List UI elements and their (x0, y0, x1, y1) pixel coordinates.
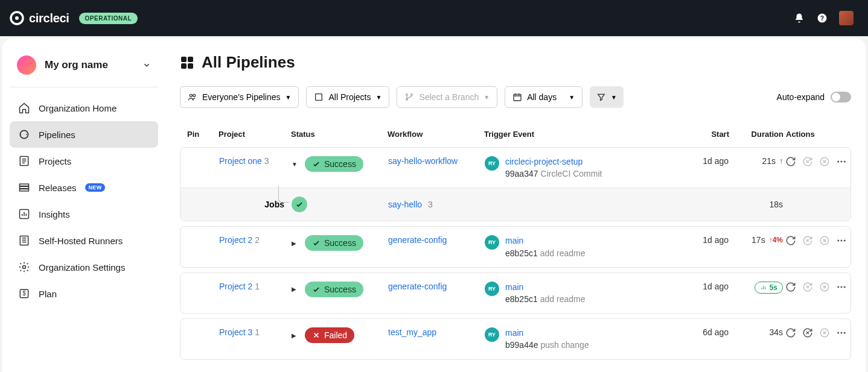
filter-projects[interactable]: All Projects ▼ (306, 86, 389, 108)
svg-point-30 (837, 240, 839, 242)
expand-caret-icon[interactable]: ▶ (292, 332, 300, 339)
rerun-icon[interactable] (785, 327, 796, 338)
trend-indicator: ↑4% (769, 236, 783, 244)
svg-point-1 (15, 16, 19, 20)
sidebar-item-runners[interactable]: Self-Hosted Runners (10, 227, 158, 254)
rerun-failed-icon[interactable] (802, 282, 813, 292)
th-pin: Pin (187, 130, 219, 139)
project-link[interactable]: Project 3 (219, 327, 252, 337)
status-pill-success[interactable]: Success (305, 156, 363, 172)
filter-days[interactable]: All days ▼ (505, 86, 582, 108)
operational-badge[interactable]: OPERATIONAL (79, 13, 138, 24)
svg-rect-20 (316, 94, 322, 101)
job-subrow: Jobs say-hello 3 18s (180, 188, 850, 221)
rerun-failed-icon[interactable] (802, 235, 813, 246)
sidebar-item-org-settings[interactable]: Organization Settings (10, 254, 158, 280)
branch-link[interactable]: main (505, 282, 585, 292)
svg-rect-6 (20, 184, 29, 186)
filter-scope[interactable]: Everyone's Pipelines ▼ (180, 86, 299, 108)
branch-link[interactable]: main (505, 235, 585, 246)
duration-value: 21s (762, 156, 776, 166)
bar-chart-icon (760, 284, 767, 291)
sidebar-item-pipelines[interactable]: Pipelines (10, 121, 158, 148)
sidebar-item-org-home[interactable]: Organization Home (10, 95, 158, 121)
cell-trigger: RY main b99a44epush change (485, 327, 666, 350)
commit-hash[interactable]: e8b25c1 (505, 294, 538, 304)
more-icon[interactable] (836, 282, 847, 292)
table-header: Pin Project Status Workflow Trigger Even… (180, 125, 851, 147)
topbar-right: ? (793, 11, 854, 25)
cancel-icon[interactable] (819, 156, 830, 167)
trigger-avatar[interactable]: RY (485, 327, 499, 342)
sidebar-item-releases[interactable]: Releases NEW (10, 174, 158, 201)
svg-point-40 (844, 332, 846, 334)
th-status: Status (291, 130, 388, 139)
trigger-avatar[interactable]: RY (485, 156, 499, 171)
trigger-info: main e8b25c1add readme (505, 282, 585, 304)
tree-connector (278, 186, 289, 203)
check-icon (312, 239, 321, 247)
status-pill-success[interactable]: Success (305, 235, 363, 251)
cancel-icon[interactable] (819, 235, 830, 246)
cancel-icon[interactable] (819, 282, 830, 292)
notifications-icon[interactable] (793, 12, 805, 24)
commit-hash[interactable]: 99aa347 (505, 169, 538, 178)
filter-advanced[interactable]: ▼ (590, 86, 624, 108)
rerun-failed-icon[interactable] (802, 156, 813, 167)
workflow-link[interactable]: test_my_app (388, 327, 436, 337)
org-selector[interactable]: My org name (10, 51, 158, 87)
trigger-avatar[interactable]: RY (485, 235, 499, 250)
content-area: All Pipelines Everyone's Pipelines ▼ All… (165, 39, 866, 372)
user-avatar[interactable] (839, 11, 854, 25)
workflow-link[interactable]: say-hello-workflow (388, 156, 458, 166)
filter-bar: Everyone's Pipelines ▼ All Projects ▼ Se… (180, 86, 851, 108)
branch-link[interactable]: main (505, 327, 589, 338)
cell-trigger: RY main e8b25c1add readme (485, 282, 666, 304)
more-icon[interactable] (836, 327, 847, 338)
job-link[interactable]: say-hello (388, 200, 422, 209)
workflow-link[interactable]: generate-config (388, 282, 447, 291)
expand-caret-icon[interactable]: ▶ (292, 240, 300, 247)
rerun-icon[interactable] (785, 235, 796, 246)
collapse-caret-icon[interactable]: ▼ (292, 161, 300, 168)
cell-trigger: RY main e8b25c1add readme (485, 235, 666, 258)
insight-pill[interactable]: 5s (755, 282, 783, 294)
th-actions: Actions (783, 130, 844, 139)
more-icon[interactable] (836, 156, 847, 167)
pipelines-icon (18, 128, 30, 140)
commit-hash[interactable]: b99a44e (505, 340, 538, 350)
sidebar-item-projects[interactable]: Projects (10, 148, 158, 174)
rerun-failed-icon[interactable] (802, 327, 813, 338)
cell-actions (783, 156, 843, 167)
commit-message: add readme (540, 248, 586, 258)
trigger-avatar[interactable]: RY (485, 282, 499, 296)
status-pill-success[interactable]: Success (305, 282, 363, 297)
project-link[interactable]: Project one (219, 156, 262, 166)
project-link[interactable]: Project 2 (219, 282, 252, 291)
rerun-icon[interactable] (785, 156, 796, 167)
status-pill-failed[interactable]: Failed (305, 327, 354, 343)
filter-branch[interactable]: Select a Branch ▼ (397, 86, 497, 108)
branch-link[interactable]: circleci-project-setup (505, 156, 602, 167)
auto-expand-toggle[interactable] (831, 92, 851, 102)
cell-duration: 5s (729, 282, 783, 294)
expand-caret-icon[interactable]: ▶ (292, 286, 300, 292)
pipeline-row: Project 22 ▶ Success generate-config RY … (180, 227, 850, 266)
svg-rect-24 (514, 94, 521, 101)
rerun-icon[interactable] (785, 282, 796, 292)
brand-logo[interactable]: circleci (10, 11, 69, 25)
sidebar-item-plan[interactable]: $ Plan (10, 280, 158, 307)
project-link[interactable]: Project 2 (219, 235, 252, 245)
help-icon[interactable]: ? (816, 12, 828, 24)
check-icon (312, 285, 321, 294)
workflow-link[interactable]: generate-config (388, 235, 447, 245)
filter-branch-label: Select a Branch (419, 92, 479, 102)
more-icon[interactable] (836, 235, 847, 246)
svg-point-26 (837, 161, 839, 163)
commit-hash[interactable]: e8b25c1 (505, 248, 538, 258)
svg-point-35 (841, 286, 843, 288)
gear-icon (18, 261, 30, 273)
sidebar-item-insights[interactable]: Insights (10, 201, 158, 227)
svg-rect-16 (181, 63, 187, 69)
cancel-icon[interactable] (819, 327, 830, 338)
